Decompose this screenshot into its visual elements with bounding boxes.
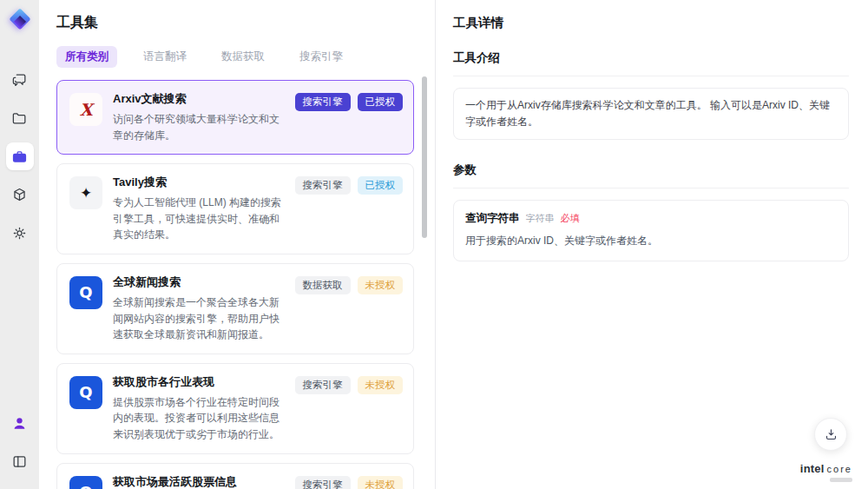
tool-list-panel: 工具集 所有类别语言翻译数据获取搜索引擎 XArxiv文献搜索访问各个研究领域大… xyxy=(39,0,436,489)
detail-title: 工具详情 xyxy=(453,15,849,31)
tool-name: Tavily搜索 xyxy=(113,175,285,190)
category-badge: 搜索引擎 xyxy=(295,476,351,489)
tool-card[interactable]: ✦Tavily搜索专为人工智能代理 (LLM) 构建的搜索引擎工具，可快速提供实… xyxy=(56,163,414,254)
cube-icon[interactable] xyxy=(6,181,34,208)
tool-card[interactable]: XArxiv文献搜索访问各个研究领域大量科学论文和文章的存储库。搜索引擎已授权 xyxy=(56,80,414,155)
parameter-name: 查询字符串 xyxy=(465,211,520,226)
category-badge: 数据获取 xyxy=(295,276,351,294)
tool-name: Arxiv文献搜索 xyxy=(113,91,285,107)
intel-wordmark: intel xyxy=(800,463,825,475)
collapse-panel-icon[interactable] xyxy=(6,447,34,475)
intro-section-heading: 工具介绍 xyxy=(453,50,849,76)
page-title: 工具集 xyxy=(56,14,414,32)
download-button[interactable] xyxy=(814,418,847,451)
auth-status-badge: 未授权 xyxy=(358,276,404,294)
params-section-heading: 参数 xyxy=(453,162,849,188)
tool-intro-card: 一个用于从Arxiv存储库搜索科学论文和文章的工具。 输入可以是Arxiv ID… xyxy=(453,88,849,140)
tool-description: 提供股票市场各个行业在特定时间段内的表现。投资者可以利用这些信息来识别表现优于或… xyxy=(113,394,285,443)
scrollbar-thumb[interactable] xyxy=(422,76,427,238)
category-tabs: 所有类别语言翻译数据获取搜索引擎 xyxy=(56,46,414,68)
intel-sub-badge xyxy=(830,478,852,482)
toolbox-icon[interactable] xyxy=(6,142,34,170)
core-wordmark: core xyxy=(827,464,852,474)
parameter-card: 查询字符串 字符串 必填 用于搜索的Arxiv ID、关键字或作者姓名。 xyxy=(453,200,849,261)
folder-icon[interactable] xyxy=(6,104,34,132)
tool-description: 专为人工智能代理 (LLM) 构建的搜索引擎工具，可快速提供实时、准确和真实的结… xyxy=(113,195,285,243)
auth-status-badge: 已授权 xyxy=(358,93,404,111)
tool-name: 获取股市各行业表现 xyxy=(113,374,285,390)
category-badge: 搜索引擎 xyxy=(295,176,351,195)
chat-icon[interactable] xyxy=(6,66,34,94)
parameter-type: 字符串 xyxy=(526,212,555,225)
tool-card-list: XArxiv文献搜索访问各个研究领域大量科学论文和文章的存储库。搜索引擎已授权✦… xyxy=(56,80,414,489)
tab-translation[interactable]: 语言翻译 xyxy=(135,46,195,68)
tool-description: 全球新闻搜索是一个聚合全球各大新闻网站内容的搜索引擎，帮助用户快速获取全球最新资… xyxy=(113,294,285,343)
category-badge: 搜索引擎 xyxy=(295,93,351,111)
parameter-description: 用于搜索的Arxiv ID、关键字或作者姓名。 xyxy=(465,234,837,248)
tavily-sparkle-icon: ✦ xyxy=(69,176,102,209)
news-q-logo-icon: Q xyxy=(69,276,102,309)
tab-all-categories[interactable]: 所有类别 xyxy=(56,46,117,68)
tool-card[interactable]: Q全球新闻搜索全球新闻搜索是一个聚合全球各大新闻网站内容的搜索引擎，帮助用户快速… xyxy=(56,263,414,354)
auth-status-badge: 未授权 xyxy=(358,376,404,394)
tool-description: 访问各个研究领域大量科学论文和文章的存储库。 xyxy=(113,111,285,143)
news-q-logo-icon: Q xyxy=(69,476,102,489)
user-avatar-icon[interactable] xyxy=(6,409,34,437)
auth-status-badge: 已授权 xyxy=(358,176,404,195)
left-sidebar xyxy=(0,0,39,489)
parameter-required-flag: 必填 xyxy=(561,212,580,225)
category-badge: 搜索引擎 xyxy=(295,376,351,394)
tool-card[interactable]: Q获取市场最活跃股票信息提供当天交易量最高的股票列表，投资者可以利用这些信息来识… xyxy=(56,463,414,489)
arxiv-logo-icon: X xyxy=(69,93,102,126)
download-icon xyxy=(824,427,838,442)
tool-name: 获取市场最活跃股票信息 xyxy=(113,474,285,489)
tab-data-fetch[interactable]: 数据获取 xyxy=(213,46,273,68)
app-logo xyxy=(6,9,34,36)
tab-search-engine[interactable]: 搜索引擎 xyxy=(291,46,352,68)
tool-name: 全球新闻搜索 xyxy=(113,274,285,290)
tool-card[interactable]: Q获取股市各行业表现提供股票市场各个行业在特定时间段内的表现。投资者可以利用这些… xyxy=(56,363,414,454)
tool-detail-panel: 工具详情 工具介绍 一个用于从Arxiv存储库搜索科学论文和文章的工具。 输入可… xyxy=(436,0,868,489)
intel-core-logo: intel core xyxy=(800,463,852,482)
auth-status-badge: 未授权 xyxy=(358,476,404,489)
news-q-logo-icon: Q xyxy=(69,376,102,409)
settings-gear-icon[interactable] xyxy=(6,219,34,247)
